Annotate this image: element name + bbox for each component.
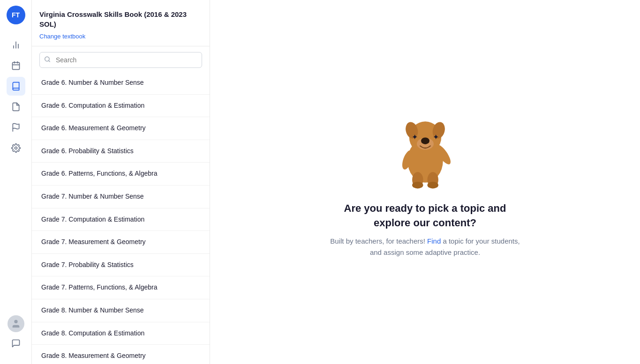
topic-list: Grade 6. Number & Number SenseGrade 6. C…	[32, 72, 210, 364]
svg-point-24	[412, 182, 423, 188]
svg-point-17	[421, 137, 429, 144]
change-textbook-link[interactable]: Change textbook	[39, 33, 85, 40]
analytics-nav-btn[interactable]	[7, 36, 25, 54]
topic-list-item[interactable]: Grade 7. Number & Number Sense	[32, 186, 210, 208]
topic-list-item[interactable]: Grade 8. Number & Number Sense	[32, 299, 210, 322]
svg-point-8	[15, 147, 17, 149]
search-input[interactable]	[39, 52, 202, 68]
topic-list-item[interactable]: Grade 6. Number & Number Sense	[32, 72, 210, 95]
search-box	[39, 52, 202, 68]
svg-point-9	[14, 320, 17, 323]
help-nav-btn[interactable]	[7, 334, 25, 353]
svg-text:✦: ✦	[412, 133, 418, 141]
topic-list-item[interactable]: Grade 7. Measurement & Geometry	[32, 231, 210, 254]
topic-list-item[interactable]: Grade 8. Computation & Estimation	[32, 322, 210, 345]
topic-list-item[interactable]: Grade 6. Patterns, Functions, & Algebra	[32, 163, 210, 186]
subtext-link[interactable]: Find	[427, 237, 441, 245]
main-heading: Are you ready to pick a topic and explor…	[327, 201, 524, 230]
books-nav-btn[interactable]	[7, 77, 25, 96]
topic-list-item[interactable]: Grade 8. Measurement & Geometry	[32, 345, 210, 364]
topic-list-item[interactable]: Grade 6. Probability & Statistics	[32, 140, 210, 163]
main-content: ✦ ✦ Are you ready to pick a topic and ex…	[210, 0, 640, 364]
subtext-before-link: Built by teachers, for teachers!	[330, 237, 427, 245]
sidebar: Virginia Crosswalk Skills Book (2016 & 2…	[32, 0, 210, 364]
main-subtext: Built by teachers, for teachers! Find a …	[327, 236, 524, 258]
flag-nav-btn[interactable]	[7, 118, 25, 137]
document-nav-btn[interactable]	[7, 97, 25, 116]
dog-illustration: ✦ ✦	[388, 106, 463, 190]
settings-nav-btn[interactable]	[7, 139, 25, 157]
calendar-nav-btn[interactable]	[7, 56, 25, 75]
topic-list-item[interactable]: Grade 7. Patterns, Functions, & Algebra	[32, 276, 210, 299]
user-avatar[interactable]: FT	[7, 6, 25, 24]
svg-line-11	[49, 60, 50, 62]
topic-list-item[interactable]: Grade 7. Computation & Estimation	[32, 208, 210, 231]
topic-list-item[interactable]: Grade 6. Measurement & Geometry	[32, 117, 210, 140]
sidebar-title: Virginia Crosswalk Skills Book (2016 & 2…	[39, 9, 202, 29]
svg-rect-3	[12, 62, 19, 69]
svg-text:✦: ✦	[433, 133, 439, 141]
sidebar-header: Virginia Crosswalk Skills Book (2016 & 2…	[32, 0, 210, 46]
bottom-avatar[interactable]	[8, 315, 24, 332]
svg-point-25	[427, 182, 438, 188]
topic-list-item[interactable]: Grade 7. Probability & Statistics	[32, 254, 210, 277]
topic-list-item[interactable]: Grade 6. Computation & Estimation	[32, 95, 210, 118]
icon-nav: FT	[0, 0, 32, 364]
search-icon	[44, 56, 51, 64]
